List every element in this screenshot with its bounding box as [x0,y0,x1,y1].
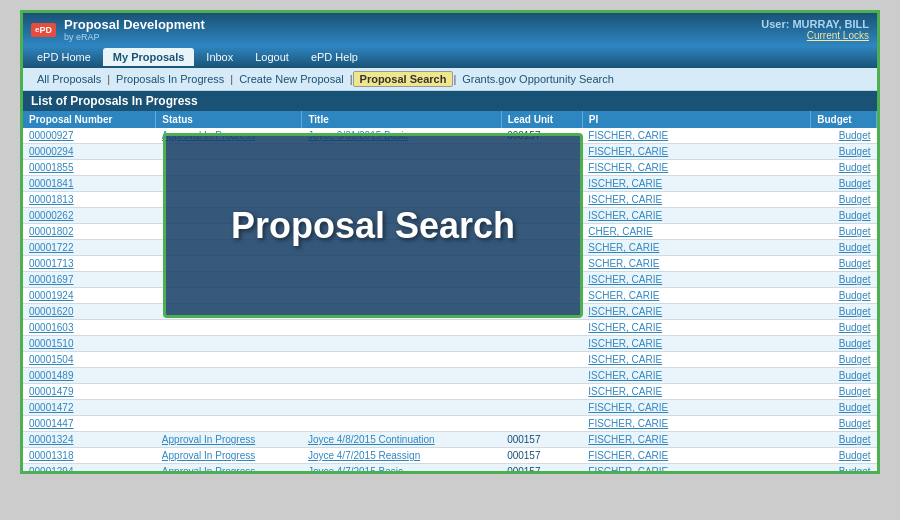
proposal-number-cell[interactable]: 00001802 [23,224,156,240]
proposal-number-cell[interactable]: 00001813 [23,192,156,208]
title-cell[interactable]: Joyce 4/7/2015 Basic [302,464,501,472]
proposal-number-cell[interactable]: 00001489 [23,368,156,384]
pi-cell[interactable]: FISCHER, CARIE [582,400,810,416]
budget-cell[interactable]: Budget [811,240,877,256]
proposal-number-cell[interactable]: 00001620 [23,304,156,320]
pi-cell[interactable]: ISCHER, CARIE [582,352,810,368]
proposal-number-cell[interactable]: 00001510 [23,336,156,352]
section-title: List of Proposals In Progress [23,91,877,111]
app-title: Proposal Development [64,17,205,32]
pi-cell[interactable]: ISCHER, CARIE [582,192,810,208]
proposal-number-cell[interactable]: 00001855 [23,160,156,176]
col-title: Title [302,111,501,128]
title-cell [302,352,501,368]
pi-cell[interactable]: CHER, CARIE [582,224,810,240]
pi-cell[interactable]: ISCHER, CARIE [582,320,810,336]
proposal-number-cell[interactable]: 00001697 [23,272,156,288]
budget-cell[interactable]: Budget [811,176,877,192]
budget-cell[interactable]: Budget [811,416,877,432]
pi-cell[interactable]: FISCHER, CARIE [582,160,810,176]
budget-cell[interactable]: Budget [811,288,877,304]
pi-cell[interactable]: FISCHER, CARIE [582,144,810,160]
proposal-number-cell[interactable]: 00001603 [23,320,156,336]
proposal-number-cell[interactable]: 00001713 [23,256,156,272]
title-cell [302,400,501,416]
budget-cell[interactable]: Budget [811,464,877,472]
proposal-number-cell[interactable]: 00001324 [23,432,156,448]
nav-tab-my-proposals[interactable]: My Proposals [103,48,195,66]
unit-cell [501,368,582,384]
pi-cell[interactable]: SCHER, CARIE [582,288,810,304]
nav-tab-inbox[interactable]: Inbox [196,48,243,66]
title-cell [302,384,501,400]
sub-nav-create-new[interactable]: Create New Proposal [233,72,350,86]
budget-cell[interactable]: Budget [811,256,877,272]
proposal-number-cell[interactable]: 00001472 [23,400,156,416]
pi-cell[interactable]: ISCHER, CARIE [582,176,810,192]
budget-cell[interactable]: Budget [811,400,877,416]
budget-cell[interactable]: Budget [811,224,877,240]
pi-cell[interactable]: FISCHER, CARIE [582,448,810,464]
proposal-number-cell[interactable]: 00001722 [23,240,156,256]
status-cell[interactable]: Approval In Progress [156,432,302,448]
app-subtitle: by eRAP [64,32,205,42]
current-locks-link[interactable]: Current Locks [761,30,869,41]
title-cell [302,368,501,384]
pi-cell[interactable]: ISCHER, CARIE [582,336,810,352]
nav-tab-logout[interactable]: Logout [245,48,299,66]
title-cell[interactable]: Joyce 4/7/2015 Reassign [302,448,501,464]
pi-cell[interactable]: ISCHER, CARIE [582,384,810,400]
pi-cell[interactable]: ISCHER, CARIE [582,368,810,384]
nav-tab-home[interactable]: ePD Home [27,48,101,66]
budget-cell[interactable]: Budget [811,352,877,368]
header-right: User: MURRAY, BILL Current Locks [761,18,869,41]
sub-nav-grants-gov[interactable]: Grants.gov Opportunity Search [456,72,620,86]
sub-nav-all-proposals[interactable]: All Proposals [31,72,107,86]
title-cell[interactable]: Joyce 4/8/2015 Continuation [302,432,501,448]
pi-cell[interactable]: FISCHER, CARIE [582,464,810,472]
sub-nav-proposal-search[interactable]: Proposal Search [353,71,454,87]
budget-cell[interactable]: Budget [811,208,877,224]
col-status: Status [156,111,302,128]
budget-cell[interactable]: Budget [811,368,877,384]
budget-cell[interactable]: Budget [811,336,877,352]
pi-cell[interactable]: ISCHER, CARIE [582,208,810,224]
pi-cell[interactable]: FISCHER, CARIE [582,432,810,448]
nav-bar: ePD Home My Proposals Inbox Logout ePD H… [23,46,877,68]
header-title-block: Proposal Development by eRAP [64,17,205,42]
unit-cell [501,400,582,416]
nav-tab-help[interactable]: ePD Help [301,48,368,66]
status-cell [156,400,302,416]
budget-cell[interactable]: Budget [811,272,877,288]
proposal-number-cell[interactable]: 00001841 [23,176,156,192]
budget-cell[interactable]: Budget [811,432,877,448]
budget-cell[interactable]: Budget [811,192,877,208]
proposal-number-cell[interactable]: 00001504 [23,352,156,368]
status-cell[interactable]: Approval In Progress [156,448,302,464]
proposal-number-cell[interactable]: 00001447 [23,416,156,432]
unit-cell [501,336,582,352]
proposal-number-cell[interactable]: 00001294 [23,464,156,472]
proposal-number-cell[interactable]: 00001924 [23,288,156,304]
proposal-number-cell[interactable]: 00000294 [23,144,156,160]
col-lead-unit: Lead Unit [501,111,582,128]
pi-cell[interactable]: ISCHER, CARIE [582,304,810,320]
pi-cell[interactable]: SCHER, CARIE [582,240,810,256]
budget-cell[interactable]: Budget [811,448,877,464]
pi-cell[interactable]: FISCHER, CARIE [582,128,810,144]
sub-nav-in-progress[interactable]: Proposals In Progress [110,72,230,86]
budget-cell[interactable]: Budget [811,384,877,400]
status-cell[interactable]: Approval In Progress [156,464,302,472]
proposal-number-cell[interactable]: 00001479 [23,384,156,400]
proposal-number-cell[interactable]: 00000927 [23,128,156,144]
pi-cell[interactable]: FISCHER, CARIE [582,416,810,432]
proposal-number-cell[interactable]: 00000262 [23,208,156,224]
budget-cell[interactable]: Budget [811,160,877,176]
pi-cell[interactable]: SCHER, CARIE [582,256,810,272]
budget-cell[interactable]: Budget [811,128,877,144]
budget-cell[interactable]: Budget [811,320,877,336]
proposal-number-cell[interactable]: 00001318 [23,448,156,464]
pi-cell[interactable]: ISCHER, CARIE [582,272,810,288]
budget-cell[interactable]: Budget [811,304,877,320]
budget-cell[interactable]: Budget [811,144,877,160]
